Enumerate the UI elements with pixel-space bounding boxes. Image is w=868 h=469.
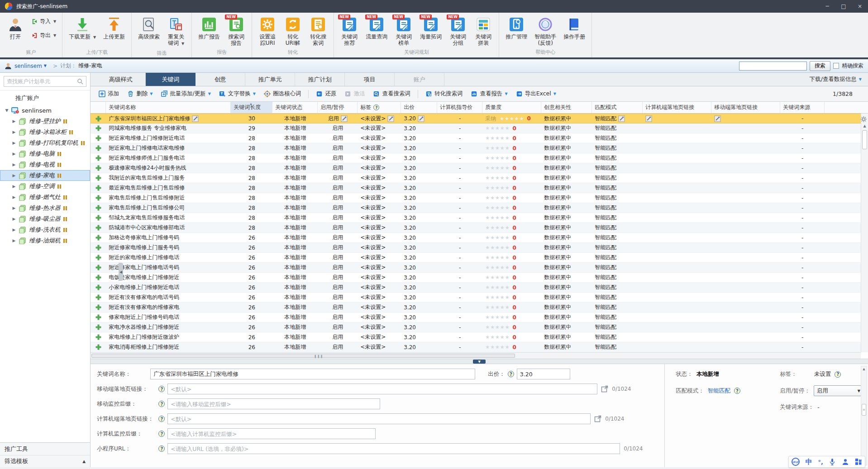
sidebar-item-维修-电视[interactable]: ▶ 维修-电视 [0, 159, 90, 170]
search-button[interactable]: 搜索 [810, 61, 830, 71]
add-keyword-icon[interactable] [95, 175, 101, 181]
table-row[interactable]: 附近修家电维修上门服务号码26本地新增启用<未设置>3.20-★★★★★0数据积… [91, 243, 868, 253]
table-row[interactable]: 家电售后维修上门售后维修公司28本地新增启用<未设置>3.20-★★★★★0数据… [91, 203, 868, 213]
sidebar-item-维修-吸尘器[interactable]: ▶ 维修-吸尘器 [0, 213, 90, 224]
column-header-关键词来源[interactable]: 关键词来源 [780, 102, 825, 113]
ribbon-button-推广管理[interactable]: 推广管理 [502, 14, 531, 41]
ribbon-button-转化搜索词[interactable]: 转化搜索词 [305, 14, 331, 47]
sidebar-item-维修-油烟机[interactable]: ▶ 维修-油烟机 [0, 235, 90, 246]
ime-brand-icon[interactable]: iFLY [792, 458, 800, 466]
account-dropdown-icon[interactable]: ▼ [44, 64, 47, 68]
sidebar-item-维修-电脑[interactable]: ▶ 维修-电脑 [0, 148, 90, 159]
ribbon-button-下载更新[interactable]: 下载更新 ▼ [65, 14, 100, 42]
ribbon-button-推广报告[interactable]: 推广报告 [195, 14, 224, 41]
download-view-data-link[interactable]: 下载/查看数据信息▼ [810, 73, 868, 86]
add-keyword-icon[interactable] [95, 324, 101, 330]
ribbon-button-关键词拼装[interactable]: 关键词拼装 [471, 14, 496, 47]
pane-splitter[interactable]: ▼ [91, 359, 868, 364]
form-input[interactable] [167, 443, 620, 454]
keyword-name-input[interactable] [150, 369, 475, 379]
add-keyword-icon[interactable] [95, 265, 101, 270]
scroll-up-icon[interactable]: ▲ [861, 123, 868, 129]
sidebar-item-维修-家电[interactable]: ▶ 维修-家电 [0, 170, 90, 181]
expand-arrow-icon[interactable]: ▶ [11, 227, 17, 232]
add-keyword-icon[interactable] [95, 275, 101, 280]
tag-help-icon[interactable]: ? [835, 371, 841, 378]
table-row[interactable]: 修家电附近上门维修号码电话26本地新增启用<未设置>3.20-★★★★★0数据积… [91, 313, 868, 322]
column-settings-gear-icon[interactable] [860, 116, 867, 123]
ribbon-button-导出[interactable]: 导出▼ [29, 30, 58, 41]
close-button[interactable]: × [852, 0, 868, 13]
match-mode-value[interactable]: 智能匹配 [708, 387, 730, 395]
tab-关键词[interactable]: 关键词 [146, 73, 196, 86]
microphone-icon[interactable] [829, 458, 836, 465]
form-help-icon[interactable]: ? [158, 431, 165, 437]
toolbar-button-导出Excel[interactable]: 导出Excel▼ [512, 88, 560, 99]
add-keyword-icon[interactable] [95, 255, 101, 261]
table-row[interactable]: 我附近的家电售后维修上门服务28本地新增启用<未设置>3.20-★★★★★0数据… [91, 173, 868, 183]
sidebar-item-filter-template[interactable]: 筛选模板 ▲ [0, 455, 90, 467]
sidebar-item-维修-空调[interactable]: ▶ 维修-空调 [0, 181, 90, 192]
ribbon-button-转化URI解[interactable]: 转化URI解 [280, 14, 305, 47]
panel-scrollbar[interactable]: ▲ ≡ [861, 366, 867, 465]
horizontal-scrollbar[interactable]: ❚❚❚ [91, 352, 861, 359]
add-keyword-icon[interactable] [95, 155, 101, 161]
ime-menu-grid-icon[interactable] [855, 458, 862, 465]
form-input[interactable] [167, 398, 380, 409]
panel-scroll-up-icon[interactable]: ▲ [861, 366, 867, 372]
column-header-row-marker[interactable] [91, 102, 106, 113]
bid-input[interactable] [517, 369, 570, 379]
ribbon-button-设置追踪URI[interactable]: 设置追踪URI [255, 14, 280, 47]
toolbar-button-转化搜索词[interactable]: 转化搜索词 [422, 88, 467, 99]
onoff-select[interactable]: 启用▼ [814, 385, 863, 396]
form-help-icon[interactable]: ? [158, 401, 165, 407]
toolbar-button-文字替换[interactable]: 文字替换▼ [215, 88, 259, 99]
table-row[interactable]: 附近有没有修家电的电话号码26本地新增启用<未设置>3.20-★★★★★0数据积… [91, 293, 868, 303]
expand-arrow-icon[interactable]: ▶ [11, 173, 17, 178]
column-header-标签[interactable]: 标签? [358, 102, 401, 113]
ribbon-button-关键词分组[interactable]: NEW关键词分组 [445, 14, 471, 47]
expand-arrow-icon[interactable]: ▶ [11, 184, 17, 189]
table-row[interactable]: 同城家电维修服务 专业维修家电29本地新增启用<未设置>3.20-★★★★★0数… [91, 123, 868, 133]
expand-arrow-icon[interactable]: ▶ [11, 195, 17, 199]
match-help-icon[interactable]: ? [734, 388, 740, 394]
sidebar-item-维修-洗衣机[interactable]: ▶ 维修-洗衣机 [0, 224, 90, 235]
column-header-计算机端落地页链接[interactable]: 计算机端落地页链接 [643, 102, 711, 113]
user-profile-icon[interactable] [842, 458, 849, 465]
tag-column-help-icon[interactable]: ? [373, 104, 379, 110]
column-header-出价[interactable]: 出价 [401, 102, 437, 113]
add-keyword-icon[interactable] [95, 205, 101, 211]
tree-root-account[interactable]: ▼ senlinsem [0, 105, 90, 116]
expand-arrow-icon[interactable]: ▼ [4, 108, 10, 113]
ime-language-mode[interactable]: 中 [806, 458, 812, 466]
toolbar-button-查看报告[interactable]: 查看报告▼ [467, 88, 511, 99]
form-input[interactable] [167, 384, 597, 394]
tab-推广单元[interactable]: 推广单元 [245, 73, 295, 86]
add-keyword-icon[interactable] [95, 284, 101, 290]
ribbon-button-打开[interactable]: 打开 [3, 14, 28, 41]
form-input[interactable] [167, 413, 591, 424]
column-header-移动端落地页链接[interactable]: 移动端落地页链接 [711, 102, 780, 113]
ribbon-button-关键词推荐[interactable]: NEW关键词推荐 [337, 14, 362, 47]
table-row[interactable]: 附近家电上门维修电话家电维修28本地新增启用<未设置>3.20-★★★★★0数据… [91, 143, 868, 153]
expand-arrow-icon[interactable]: ▶ [11, 141, 17, 145]
table-row[interactable]: 电饭煲家电维修上门维修附近26本地新增启用<未设置>3.20-★★★★★0数据积… [91, 273, 868, 283]
column-header-创意相关性[interactable]: 创意相关性 [541, 102, 592, 113]
toolbar-button-删除[interactable]: 删除▼ [124, 88, 156, 99]
expand-arrow-icon[interactable]: ▶ [11, 238, 17, 243]
table-row[interactable]: 小家电维修上门维修附近电话26本地新增启用<未设置>3.20-★★★★★0数据积… [91, 283, 868, 293]
column-header-质量度[interactable]: 质量度 [482, 102, 541, 113]
expand-arrow-icon[interactable]: ▶ [11, 130, 17, 134]
column-header-匹配模式[interactable]: 匹配模式 [592, 102, 643, 113]
form-help-icon[interactable]: ? [158, 445, 165, 452]
table-row[interactable]: 家电消毒柜维修上门维修附近26本地新增启用<未设置>3.20-★★★★★0数据积… [91, 342, 868, 352]
expand-arrow-icon[interactable]: ▶ [11, 206, 17, 210]
add-keyword-icon[interactable] [95, 165, 101, 171]
sidebar-item-维修-打印机复印机[interactable]: ▶ 维修-打印机复印机 [0, 137, 90, 148]
table-row[interactable]: 加格达奇修家电上门维修号码26本地新增启用<未设置>3.20-★★★★★0数据积… [91, 233, 868, 243]
column-header-关键词长度[interactable]: 关键词长度▲ [231, 102, 272, 113]
add-keyword-icon[interactable] [95, 135, 101, 141]
exact-search-checkbox[interactable] [833, 63, 839, 69]
minimize-button[interactable]: ─ [819, 0, 835, 13]
table-row[interactable]: 附近有没有修家电的维修家电26本地新增启用<未设置>3.20-★★★★★0数据积… [91, 303, 868, 313]
